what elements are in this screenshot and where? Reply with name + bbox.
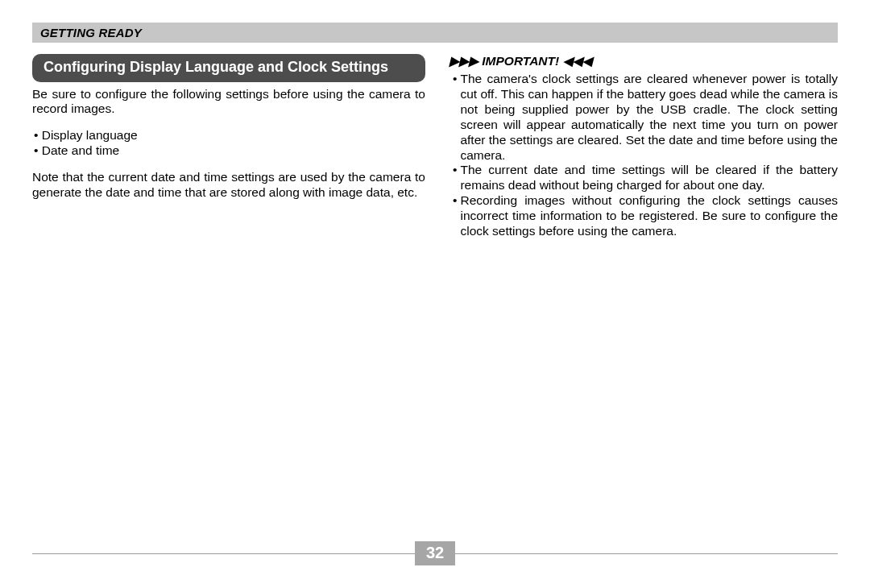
- left-column: Configuring Display Language and Clock S…: [32, 54, 425, 239]
- list-item: • The camera's clock settings are cleare…: [453, 72, 838, 163]
- manual-page: GETTING READY Configuring Display Langua…: [0, 0, 870, 588]
- footer-line: 32: [32, 541, 838, 565]
- right-column: ▶▶▶ IMPORTANT! ◀◀◀ • The camera's clock …: [445, 54, 838, 239]
- footer-rule-left: [32, 553, 415, 554]
- list-item: • The current date and time settings wil…: [453, 163, 838, 193]
- bullet-icon: •: [453, 163, 460, 193]
- chevron-right-icon: ▶▶▶: [450, 54, 478, 68]
- intro-paragraph: Be sure to configure the following setti…: [32, 87, 425, 118]
- section-heading: Configuring Display Language and Clock S…: [32, 54, 425, 82]
- footer-rule-right: [455, 553, 838, 554]
- important-list: • The camera's clock settings are cleare…: [445, 72, 838, 239]
- important-heading: ▶▶▶ IMPORTANT! ◀◀◀: [445, 54, 838, 68]
- page-number: 32: [415, 541, 455, 565]
- list-item-text: Recording images without configuring the…: [460, 193, 838, 239]
- list-item-text: The camera's clock settings are cleared …: [460, 72, 838, 163]
- page-header: GETTING READY: [32, 23, 838, 43]
- list-item: Display language: [34, 128, 425, 143]
- note-paragraph: Note that the current date and time sett…: [32, 170, 425, 201]
- important-label: IMPORTANT!: [482, 54, 559, 68]
- settings-list: Display language Date and time: [32, 128, 425, 159]
- chevron-left-icon: ◀◀◀: [563, 54, 592, 68]
- content-columns: Configuring Display Language and Clock S…: [32, 54, 838, 239]
- page-footer: 32: [32, 541, 838, 565]
- bullet-icon: •: [453, 72, 460, 163]
- list-item: Date and time: [34, 143, 425, 159]
- list-item: • Recording images without configuring t…: [453, 193, 838, 239]
- list-item-text: The current date and time settings will …: [460, 163, 838, 193]
- bullet-icon: •: [453, 193, 460, 239]
